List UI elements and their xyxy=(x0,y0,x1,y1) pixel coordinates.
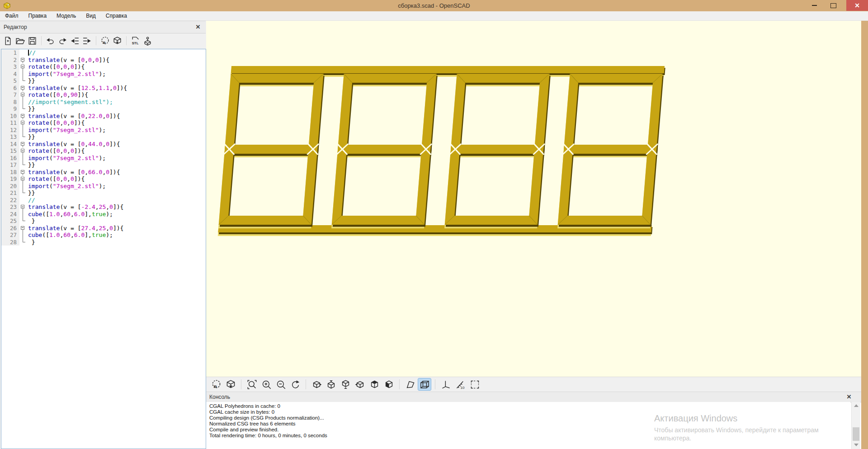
code-text: //import("segment.stl"); xyxy=(27,99,113,106)
close-button[interactable]: ✕ xyxy=(846,0,868,11)
code-line[interactable]: 26translate(v = [27.4,25,0]){ xyxy=(1,225,206,232)
cross-section-icon[interactable] xyxy=(142,35,153,47)
unindent-icon[interactable] xyxy=(69,35,80,47)
code-line[interactable]: 28 } xyxy=(1,239,206,246)
save-icon[interactable] xyxy=(27,35,38,47)
menu-item-design[interactable]: Модель xyxy=(52,11,81,20)
code-text: translate(v = [-2.4,25,0]){ xyxy=(27,203,123,211)
line-number: 3 xyxy=(1,63,19,71)
view-top-icon[interactable] xyxy=(325,378,337,390)
menu-item-edit[interactable]: Правка xyxy=(24,11,52,20)
minimize-button[interactable] xyxy=(806,0,823,11)
svg-text:»: » xyxy=(213,383,217,390)
new-file-icon[interactable] xyxy=(2,35,14,47)
code-text: rotate([0,0,90]){ xyxy=(27,91,88,99)
window-right-border xyxy=(861,21,868,449)
menu-item-view[interactable]: Вид xyxy=(81,11,101,20)
code-line[interactable]: 21}} xyxy=(1,189,206,197)
title-bar[interactable]: сборка3.scad - OpenSCAD ✕ xyxy=(0,0,868,11)
code-line[interactable]: 18translate(v = [0,66.0,0]){ xyxy=(1,169,206,176)
fold-marker-icon[interactable] xyxy=(19,147,27,155)
zoom-all-icon[interactable] xyxy=(245,378,258,390)
view-left-icon[interactable] xyxy=(354,378,366,390)
zoom-in-icon[interactable] xyxy=(260,378,273,390)
code-line[interactable]: 9}} xyxy=(1,105,206,113)
code-line[interactable]: 16import("7segm_2.stl"); xyxy=(1,155,206,162)
scrollbar-thumb[interactable] xyxy=(853,427,859,441)
view-back-icon[interactable] xyxy=(368,378,381,390)
console-scrollbar[interactable] xyxy=(851,402,860,449)
code-line[interactable]: 15rotate([0,0,0]){ xyxy=(1,147,206,155)
code-line[interactable]: 2translate(v = [0,0,0]){ xyxy=(1,57,206,64)
indent-icon[interactable] xyxy=(81,35,93,47)
code-line[interactable]: 12import("7segm_2.stl"); xyxy=(1,127,206,134)
code-line[interactable]: 5}} xyxy=(1,77,206,85)
render-icon[interactable] xyxy=(224,378,237,390)
fold-marker-icon[interactable] xyxy=(19,175,27,183)
code-editor[interactable]: 1//2translate(v = [0,0,0]){3rotate([0,0,… xyxy=(1,49,206,449)
code-line[interactable]: 13}} xyxy=(1,133,206,141)
editor-header[interactable]: Редактор ✕ xyxy=(0,21,206,33)
orthogonal-icon[interactable] xyxy=(418,378,431,390)
view-right-icon[interactable] xyxy=(310,378,323,390)
fold-marker-icon[interactable] xyxy=(19,119,27,127)
code-line[interactable]: 23translate(v = [-2.4,25,0]){ xyxy=(1,203,206,211)
code-line[interactable]: 3rotate([0,0,0]){ xyxy=(1,63,206,71)
export-stl-icon[interactable]: STL xyxy=(130,35,141,47)
show-axes-icon[interactable] xyxy=(439,378,452,390)
view-bottom-icon[interactable] xyxy=(339,378,352,390)
code-line[interactable]: 8//import("segment.stl"); xyxy=(1,99,206,106)
render-icon[interactable] xyxy=(112,35,123,47)
code-line[interactable]: 1// xyxy=(1,49,206,57)
fold-marker-icon[interactable] xyxy=(19,57,27,64)
fold-marker-icon[interactable] xyxy=(19,63,27,71)
perspective-icon[interactable] xyxy=(404,378,416,390)
open-icon[interactable] xyxy=(14,35,26,47)
line-number: 14 xyxy=(1,141,19,148)
fold-marker-icon[interactable] xyxy=(19,85,27,92)
fold-marker-icon[interactable] xyxy=(19,225,27,232)
code-line[interactable]: 25 } xyxy=(1,217,206,225)
console-header[interactable]: Консоль ✕ xyxy=(206,392,861,402)
code-line[interactable]: 24cube([1.0,60,6.0],true); xyxy=(1,211,206,218)
code-line[interactable]: 4import("7segm_2.stl"); xyxy=(1,71,206,78)
fold-marker-icon[interactable] xyxy=(19,141,27,148)
3d-viewport[interactable] xyxy=(206,21,861,377)
fold-marker-icon[interactable] xyxy=(19,113,27,120)
scroll-up-arrow-icon[interactable] xyxy=(854,404,859,407)
view-front-icon[interactable] xyxy=(382,378,395,390)
undo-icon[interactable] xyxy=(45,35,56,47)
editor-close-button[interactable]: ✕ xyxy=(193,23,203,32)
scroll-down-arrow-icon[interactable] xyxy=(854,444,859,446)
code-line[interactable]: 22// xyxy=(1,197,206,204)
maximize-button[interactable] xyxy=(825,0,842,11)
code-line[interactable]: 19rotate([0,0,0]){ xyxy=(1,175,206,183)
svg-text:10: 10 xyxy=(460,386,464,390)
code-line[interactable]: 11rotate([0,0,0]){ xyxy=(1,119,206,127)
toolbar-separator xyxy=(435,379,435,389)
code-line[interactable]: 14translate(v = [0,44.0,0]){ xyxy=(1,141,206,148)
redo-icon[interactable] xyxy=(57,35,68,47)
fold-marker-icon[interactable] xyxy=(19,169,27,176)
fold-marker-icon[interactable] xyxy=(19,203,27,211)
fold-guide xyxy=(19,77,27,85)
fold-marker-icon[interactable] xyxy=(19,91,27,99)
view-all-icon[interactable] xyxy=(468,378,481,390)
line-number: 25 xyxy=(1,217,19,225)
preview-icon[interactable]: » xyxy=(99,35,111,47)
code-line[interactable]: 10translate(v = [0,22.0,0]){ xyxy=(1,113,206,120)
code-line[interactable]: 27cube([1.0,60,6.0],true); xyxy=(1,232,206,239)
zoom-out-icon[interactable] xyxy=(274,378,287,390)
line-number: 20 xyxy=(1,183,19,190)
code-line[interactable]: 7rotate([0,0,90]){ xyxy=(1,91,206,99)
code-line[interactable]: 17}} xyxy=(1,161,206,169)
preview-icon[interactable]: » xyxy=(210,378,222,390)
console-close-button[interactable]: ✕ xyxy=(844,392,854,402)
show-scale-markers-icon[interactable]: 10 xyxy=(454,378,467,390)
menu-item-help[interactable]: Справка xyxy=(101,11,132,20)
code-line[interactable]: 20import("7segm_2.stl"); xyxy=(1,183,206,190)
menu-item-file[interactable]: Файл xyxy=(0,11,24,20)
code-line[interactable]: 6translate(v = [12.5,1.1,0]){ xyxy=(1,85,206,92)
reset-rotation-icon[interactable] xyxy=(289,378,302,390)
line-number: 8 xyxy=(1,99,19,106)
